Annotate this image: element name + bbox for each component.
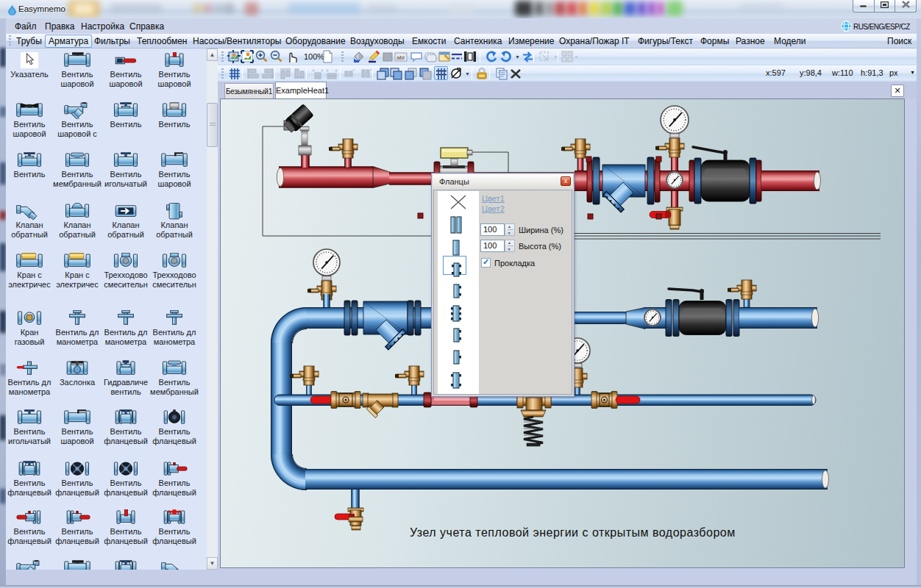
svg-text:Узел учета тепловой энергии с: Узел учета тепловой энергии с открытым в… <box>410 526 736 539</box>
svg-text:abl: abl <box>397 54 405 61</box>
